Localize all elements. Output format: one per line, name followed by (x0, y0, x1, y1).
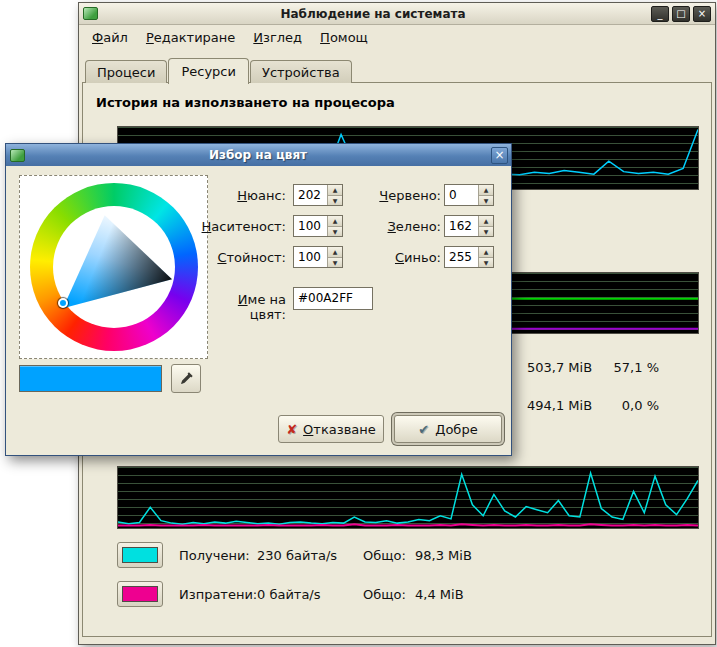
close-button[interactable]: × (693, 6, 711, 22)
hue-spin-arrows: ▲ ▼ (327, 185, 342, 205)
value-value[interactable]: 100 (294, 247, 327, 267)
value-spin-arrows: ▲ ▼ (327, 247, 342, 267)
dialog-close-button[interactable]: × (491, 147, 508, 164)
hue-spinbox[interactable]: 202 ▲ ▼ (293, 184, 343, 206)
eyedropper-icon (179, 371, 194, 386)
maximize-button[interactable]: □ (672, 6, 690, 22)
color-selection-marker[interactable] (58, 298, 68, 308)
received-color-button[interactable] (117, 542, 163, 568)
blue-spin-up-icon[interactable]: ▲ (479, 247, 493, 258)
green-spin-up-icon[interactable]: ▲ (479, 216, 493, 227)
color-name-input[interactable]: #00A2FF (293, 287, 373, 310)
sent-legend-row: Изпратени: 0 байта/s Общо: 4,4 MiB (117, 581, 464, 607)
blue-spin-arrows: ▲ ▼ (478, 247, 493, 267)
tab-resources[interactable]: Ресурси (168, 58, 249, 84)
red-spin-up-icon[interactable]: ▲ (479, 185, 493, 196)
cpu-history-heading: История на използването на процесора (96, 95, 395, 110)
sent-total: 4,4 MiB (415, 587, 464, 602)
swap-percent: 0,0 % (611, 398, 659, 413)
green-label: Зелено: (356, 219, 441, 234)
sent-total-label: Общо: (363, 587, 415, 602)
received-label: Получени: (179, 548, 257, 563)
menu-view[interactable]: Изглед (244, 27, 311, 48)
color-name-label: Име на цвят: (201, 292, 286, 322)
dialog-app-icon (10, 149, 25, 162)
dialog-titlebar[interactable]: Избор на цвят × (6, 144, 511, 166)
app-icon (83, 7, 98, 20)
tab-processes[interactable]: Процеси (85, 60, 167, 83)
memory-percent: 57,1 % (611, 360, 659, 375)
saturation-value[interactable]: 100 (294, 216, 327, 236)
received-rate: 230 байта/s (257, 548, 363, 563)
menu-edit[interactable]: Редактиране (137, 27, 244, 48)
green-spin-down-icon[interactable]: ▼ (479, 227, 493, 237)
main-window-title: Наблюдение на системата (98, 7, 648, 21)
memory-stat-row: 503,7 MiB 57,1 % (527, 360, 659, 375)
saturation-spin-up-icon[interactable]: ▲ (328, 216, 342, 227)
value-spin-up-icon[interactable]: ▲ (328, 247, 342, 258)
color-picker-dialog: Избор на цвят × Нюанс: 202 ▲ ▼ Наситенос… (5, 143, 512, 456)
hue-value[interactable]: 202 (294, 185, 327, 205)
sent-color-button[interactable] (117, 581, 163, 607)
sent-color-swatch (122, 586, 158, 602)
received-total-label: Общо: (363, 548, 415, 563)
hue-spin-down-icon[interactable]: ▼ (328, 196, 342, 206)
ok-icon: ✔ (418, 423, 429, 436)
cancel-button[interactable]: ✘ Отказване (278, 415, 384, 443)
value-spinbox[interactable]: 100 ▲ ▼ (293, 246, 343, 268)
value-label: Стойност: (201, 250, 286, 265)
memory-value: 503,7 MiB (527, 360, 611, 375)
tabstrip: Процеси Ресурси Устройства (85, 57, 353, 83)
swap-value: 494,1 MiB (527, 398, 611, 413)
network-history-chart (117, 466, 699, 529)
blue-spinbox[interactable]: 255 ▲ ▼ (444, 246, 494, 268)
saturation-spin-arrows: ▲ ▼ (327, 216, 342, 236)
tab-devices[interactable]: Устройства (250, 60, 352, 83)
blue-value[interactable]: 255 (445, 247, 478, 267)
green-value[interactable]: 162 (445, 216, 478, 236)
blue-label: Синьо: (356, 250, 441, 265)
sent-label: Изпратени: (179, 587, 257, 602)
selected-color-preview (19, 365, 162, 392)
red-value[interactable]: 0 (445, 185, 478, 205)
minimize-button[interactable]: _ (651, 6, 669, 22)
green-spinbox[interactable]: 162 ▲ ▼ (444, 215, 494, 237)
received-legend-row: Получени: 230 байта/s Общо: 98,3 MiB (117, 542, 472, 568)
value-spin-down-icon[interactable]: ▼ (328, 258, 342, 268)
received-total: 98,3 MiB (415, 548, 472, 563)
green-spin-arrows: ▲ ▼ (478, 216, 493, 236)
ok-button[interactable]: ✔ Добре (394, 415, 502, 443)
menubar: Файл Редактиране Изглед Помощ (79, 25, 715, 49)
eyedropper-button[interactable] (171, 364, 201, 393)
menu-help[interactable]: Помощ (311, 27, 377, 48)
sent-rate: 0 байта/s (257, 587, 363, 602)
ok-label: Добре (435, 422, 477, 437)
hue-spin-up-icon[interactable]: ▲ (328, 185, 342, 196)
cancel-icon: ✘ (286, 423, 297, 436)
blue-spin-down-icon[interactable]: ▼ (479, 258, 493, 268)
swap-stat-row: 494,1 MiB 0,0 % (527, 398, 659, 413)
red-spin-down-icon[interactable]: ▼ (479, 196, 493, 206)
saturation-spinbox[interactable]: 100 ▲ ▼ (293, 215, 343, 237)
red-spin-arrows: ▲ ▼ (478, 185, 493, 205)
dialog-title: Избор на цвят (25, 148, 491, 162)
red-label: Червено: (356, 188, 441, 203)
red-spinbox[interactable]: 0 ▲ ▼ (444, 184, 494, 206)
received-color-swatch (122, 547, 158, 563)
saturation-label: Наситеност: (201, 219, 286, 234)
main-titlebar[interactable]: Наблюдение на системата _ □ × (79, 3, 715, 25)
cancel-label: Отказване (303, 422, 376, 437)
menu-file[interactable]: Файл (83, 27, 137, 48)
saturation-spin-down-icon[interactable]: ▼ (328, 227, 342, 237)
hsv-wheel-area[interactable] (19, 175, 208, 359)
hue-label: Нюанс: (201, 188, 286, 203)
